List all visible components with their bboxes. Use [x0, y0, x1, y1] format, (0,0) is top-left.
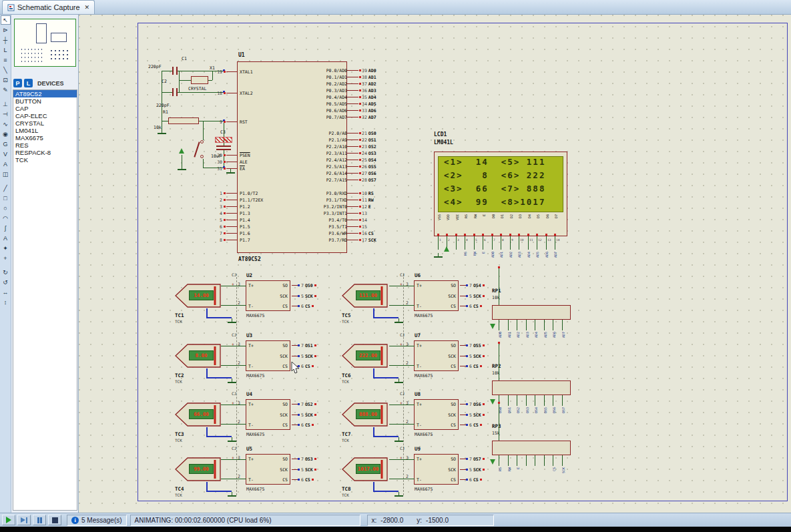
tab-schematic-capture[interactable]: Schematic Capture ✕	[2, 0, 95, 14]
chip-pin-p21[interactable]: P2.1/A922OS1	[307, 137, 376, 143]
chip-pin-p34[interactable]: P3.4/T014	[307, 217, 368, 223]
component-thermocouple-tc5[interactable]: 111.00 TC5 TCK	[342, 282, 388, 310]
component-max6675-u8[interactable]: CJ U8 MAX6675 +32 T+T- SOSCKCS 7OS6 5SCK…	[414, 399, 459, 430]
component-thermocouple-tc4[interactable]: 99.00 TC4 TCK	[175, 455, 222, 483]
chip-pin-p22[interactable]: P2.2/A1023OS2	[307, 144, 376, 150]
play-button[interactable]	[2, 515, 15, 525]
component-thermocouple-tc2[interactable]: 8.00 TC2 TCK	[175, 342, 222, 370]
component-max6675-u4[interactable]: CJ U4 MAX6675 +32 T+T- SOSCKCS 7OS2 5SCK…	[246, 399, 290, 430]
schematic-canvas[interactable]: C1 220pF C2 220pF X1 CRYSTAL R1 10k C3 1…	[79, 15, 791, 513]
tape-recorder-mode-icon[interactable]: ◉	[1, 129, 11, 139]
component-max6675-u6[interactable]: CJ U6 MAX6675 +32 T+T- SOSCKCS 7OS4 5SCK…	[414, 280, 459, 311]
wire-label-mode-icon[interactable]: L	[1, 45, 11, 55]
message-count[interactable]: 5 Message(s)	[81, 517, 122, 524]
component-max6675-u9[interactable]: CJ U9 MAX6675 +32 T+T- SOSCKCS 7OS7 5SCK…	[414, 454, 459, 485]
selection-mode-icon[interactable]: ↖	[1, 15, 11, 25]
component-lcd-lm041l[interactable]: LCD1 LM041L <1> 14 <5> 111 <2> 8 <6> 222…	[434, 131, 567, 272]
current-probe-mode-icon[interactable]: A	[1, 160, 11, 169]
device-item-at89c52[interactable]: AT89C52	[13, 90, 77, 97]
device-item-cap-elec[interactable]: CAP-ELEC	[13, 112, 77, 119]
device-item-res[interactable]: RES	[13, 142, 77, 149]
device-item-crystal[interactable]: CRYSTAL	[13, 119, 77, 127]
generator-mode-icon[interactable]: G	[1, 140, 11, 149]
chip-pin-p10[interactable]: 1P1.0/T2	[213, 190, 258, 196]
step-button[interactable]	[17, 515, 31, 525]
text-script-mode-icon[interactable]: ≡	[1, 55, 11, 65]
2d-arc-mode-icon[interactable]: ◠	[1, 214, 11, 223]
voltage-probe-mode-icon[interactable]: V	[1, 150, 11, 159]
pick-devices-button[interactable]: P	[13, 79, 22, 87]
chip-pin-p17[interactable]: 8P1.7	[213, 237, 250, 243]
device-item-tck[interactable]: TCK	[13, 156, 77, 164]
x-mirror-icon[interactable]: ↔	[1, 288, 11, 297]
close-tab-icon[interactable]: ✕	[85, 4, 90, 11]
chip-pin-ea[interactable]: 31EA	[213, 166, 245, 172]
chip-pin-p31[interactable]: P3.1/TXD11RW	[307, 197, 374, 203]
subcircuit-mode-icon[interactable]: ⊡	[1, 75, 11, 85]
component-respack-rp1[interactable]: RP1 10k AD0AD1AD2AD3AD4AD5AD6AD7	[492, 288, 579, 348]
chip-pin-xtal2[interactable]: 18XTAL2	[213, 90, 253, 96]
device-item-lm041l[interactable]: LM041L	[13, 127, 77, 134]
component-thermocouple-tc6[interactable]: 222.00 TC6 TCK	[342, 342, 388, 370]
component-max6675-u3[interactable]: CJ U3 MAX6675 +32 T+T- SOSCKCS 7OS1 5SCK…	[246, 340, 290, 371]
virtual-instruments-mode-icon[interactable]: ◫	[1, 170, 11, 179]
chip-pin-xtal1[interactable]: 19XTAL1	[213, 69, 253, 75]
y-mirror-icon[interactable]: ↕	[1, 298, 11, 307]
component-at89c52[interactable]: 19XTAL1 18XTAL2 9RST 29PSEN 30ALE 31EA 1…	[237, 61, 347, 253]
component-thermocouple-tc1[interactable]: 14.00 TC1 TCK	[175, 282, 222, 310]
chip-pin-p01[interactable]: P0.1/AD138AD1	[307, 74, 376, 80]
device-item-respack-8[interactable]: RESPACK-8	[13, 149, 77, 156]
component-respack-rp3[interactable]: RP3 15k RSRWECSSCK	[492, 423, 579, 483]
chip-pin-p04[interactable]: P0.4/AD435AD4	[307, 94, 376, 100]
chip-pin-p23[interactable]: P2.3/A1124OS3	[307, 150, 376, 156]
terminals-mode-icon[interactable]: ⊥	[1, 99, 11, 109]
chip-pin-psen[interactable]: 29PSEN	[213, 152, 250, 158]
component-mode-icon[interactable]: ⊳	[1, 25, 11, 35]
chip-pin-p02[interactable]: P0.2/AD237AD2	[307, 81, 376, 87]
chip-pin-p06[interactable]: P0.6/AD633AD6	[307, 107, 376, 113]
chip-pin-p12[interactable]: 3P1.2	[213, 204, 250, 210]
device-item-cap[interactable]: CAP	[13, 105, 77, 112]
rotate-clockwise-icon[interactable]: ↻	[1, 268, 11, 277]
chip-pin-p35[interactable]: P3.5/T115	[307, 224, 368, 230]
chip-pin-p33[interactable]: P3.3/INT113	[307, 210, 368, 216]
chip-pin-p05[interactable]: P0.5/AD534AD5	[307, 101, 376, 107]
chip-pin-p07[interactable]: P0.7/AD732AD7	[307, 114, 376, 120]
chip-pin-p13[interactable]: 4P1.3	[213, 210, 250, 216]
component-thermocouple-tc3[interactable]: 66.00 TC3 TCK	[175, 401, 222, 429]
2d-text-mode-icon[interactable]: A	[1, 234, 11, 243]
message-panel[interactable]: 5 Message(s)	[67, 515, 127, 526]
rotate-anticlockwise-icon[interactable]: ↺	[1, 278, 11, 287]
chip-pin-p20[interactable]: P2.0/A821OS0	[307, 130, 376, 136]
chip-pin-p15[interactable]: 6P1.5	[213, 224, 250, 230]
2d-path-mode-icon[interactable]: ʃ	[1, 224, 11, 233]
chip-pin-p16[interactable]: 7P1.6	[213, 230, 250, 236]
component-max6675-u7[interactable]: CJ U7 MAX6675 +32 T+T- SOSCKCS 7OS5 5SCK…	[414, 340, 459, 371]
chip-pin-p25[interactable]: P2.5/A1326OS5	[307, 164, 376, 170]
instant-edit-mode-icon[interactable]: ✎	[1, 85, 11, 95]
2d-circle-mode-icon[interactable]: ○	[1, 204, 11, 213]
chip-pin-p27[interactable]: P2.7/A1528OS7	[307, 177, 376, 183]
chip-pin-p14[interactable]: 5P1.4	[213, 217, 250, 223]
device-item-max6675[interactable]: MAX6675	[13, 134, 77, 142]
overview-minimap[interactable]	[14, 19, 76, 67]
chip-pin-p32[interactable]: P3.2/INT012E	[307, 204, 371, 210]
chip-pin-p26[interactable]: P2.6/A1427OS6	[307, 170, 376, 176]
chip-pin-p11[interactable]: 2P1.1/T2EX	[213, 197, 263, 203]
graph-mode-icon[interactable]: ∿	[1, 119, 11, 129]
component-thermocouple-tc7[interactable]: 888.00 TC7 TCK	[342, 401, 388, 429]
2d-box-mode-icon[interactable]: □	[1, 194, 11, 203]
2d-symbol-mode-icon[interactable]: ✦	[1, 244, 11, 253]
chip-pin-p24[interactable]: P2.4/A1225OS4	[307, 157, 376, 163]
2d-line-mode-icon[interactable]: ╱	[1, 184, 11, 193]
component-thermocouple-tc8[interactable]: 1017.00 TC8 TCK	[342, 455, 388, 483]
device-item-button[interactable]: BUTTON	[13, 97, 77, 105]
chip-pin-p30[interactable]: P3.0/RXD10RS	[307, 190, 374, 196]
chip-pin-ale[interactable]: 30ALE	[213, 159, 248, 165]
chip-pin-p00[interactable]: P0.0/AD039AD0	[307, 67, 376, 73]
markers-mode-icon[interactable]: +	[1, 254, 11, 263]
buses-mode-icon[interactable]: ╲	[1, 65, 11, 75]
stop-button[interactable]	[48, 515, 61, 525]
chip-pin-p36[interactable]: P3.6/WR16CS	[307, 230, 374, 236]
library-manager-button[interactable]: L	[24, 79, 33, 87]
